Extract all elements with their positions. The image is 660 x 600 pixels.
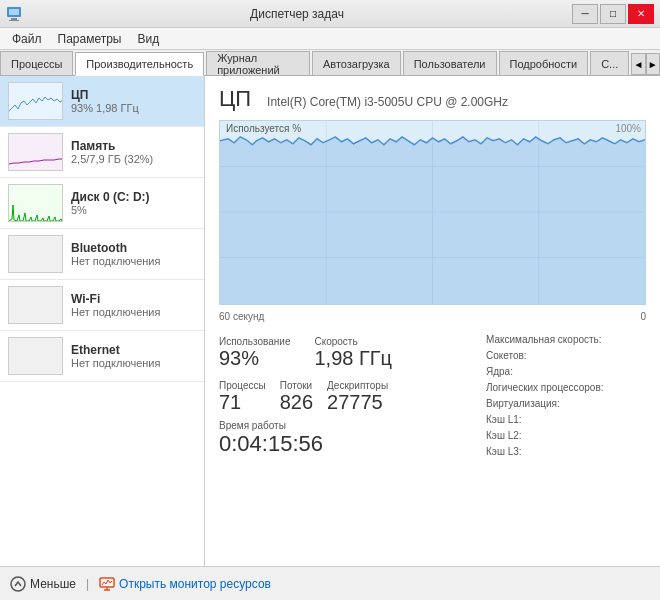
chart-time-right: 0 — [640, 311, 646, 322]
menu-view[interactable]: Вид — [129, 30, 167, 48]
memory-detail: 2,5/7,9 ГБ (32%) — [71, 153, 153, 165]
main-area: ЦП 93% 1,98 ГГц Память 2,5/7,9 ГБ (32%) — [0, 76, 660, 566]
memory-mini-chart — [9, 134, 63, 171]
menu-params[interactable]: Параметры — [50, 30, 130, 48]
stat-usage: Использование 93% — [219, 332, 290, 370]
cpu-thumbnail — [8, 82, 63, 120]
app-icon — [6, 6, 22, 22]
bottom-divider: | — [86, 577, 89, 591]
menu-file[interactable]: Файл — [4, 30, 50, 48]
monitor-icon — [99, 576, 115, 592]
bluetooth-info: Bluetooth Нет подключения — [71, 241, 160, 267]
l2-label: Кэш L2: — [486, 428, 646, 444]
l1-label: Кэш L1: — [486, 412, 646, 428]
usage-label: Использование — [219, 336, 290, 347]
monitor-link[interactable]: Открыть монитор ресурсов — [99, 576, 271, 592]
right-info-panel: Максимальная скорость: Сокетов: Ядра: Ло… — [486, 332, 646, 460]
content-title: ЦП — [219, 86, 251, 112]
cpu-chart: Используется % 100% — [219, 120, 646, 305]
maximize-button[interactable]: □ — [600, 4, 626, 24]
bluetooth-thumbnail — [8, 235, 63, 273]
stat-speed: Скорость 1,98 ГГц — [314, 332, 392, 370]
usage-value: 93% — [219, 347, 290, 370]
ethernet-thumbnail — [8, 337, 63, 375]
tab-details[interactable]: Подробности — [499, 51, 589, 75]
processes-value: 71 — [219, 391, 266, 414]
stat-threads: Потоки 826 — [280, 376, 313, 414]
chart-time-left: 60 секунд — [219, 311, 264, 322]
svg-point-15 — [11, 577, 25, 591]
cpu-mini-chart — [9, 83, 63, 120]
disk-label: Диск 0 (C: D:) — [71, 190, 150, 204]
memory-info: Память 2,5/7,9 ГБ (32%) — [71, 139, 153, 165]
logical-label: Логических процессоров: — [486, 380, 646, 396]
l3-label: Кэш L3: — [486, 444, 646, 460]
wifi-thumbnail — [8, 286, 63, 324]
memory-thumbnail — [8, 133, 63, 171]
disk-detail: 5% — [71, 204, 150, 216]
content-header: ЦП Intel(R) Core(TM) i3-5005U CPU @ 2.00… — [219, 86, 646, 112]
tab-nav-next[interactable]: ► — [646, 53, 660, 75]
svg-rect-1 — [9, 9, 19, 15]
svg-marker-14 — [220, 137, 645, 304]
less-label: Меньше — [30, 577, 76, 591]
processes-label: Процессы — [219, 380, 266, 391]
menu-bar: Файл Параметры Вид — [0, 28, 660, 50]
cpu-info: ЦП 93% 1,98 ГГц — [71, 88, 139, 114]
content-subtitle: Intel(R) Core(TM) i3-5005U CPU @ 2.00GHz — [267, 95, 508, 109]
window-controls[interactable]: ─ □ ✕ — [572, 4, 654, 24]
max-speed-label: Максимальная скорость: — [486, 332, 646, 348]
handles-value: 27775 — [327, 391, 388, 414]
tab-performance[interactable]: Производительность — [75, 52, 204, 76]
tab-users[interactable]: Пользователи — [403, 51, 497, 75]
window-title: Диспетчер задач — [22, 7, 572, 21]
uptime-label: Время работы — [219, 420, 476, 431]
less-button[interactable]: Меньше — [10, 576, 76, 592]
chart-label-top: Используется % — [226, 123, 301, 134]
ethernet-label: Ethernet — [71, 343, 160, 357]
tab-startup[interactable]: Автозагрузка — [312, 51, 401, 75]
close-button[interactable]: ✕ — [628, 4, 654, 24]
speed-value: 1,98 ГГц — [314, 347, 392, 370]
sockets-label: Сокетов: — [486, 348, 646, 364]
stat-processes: Процессы 71 — [219, 376, 266, 414]
wifi-label: Wi-Fi — [71, 292, 160, 306]
wifi-detail: Нет подключения — [71, 306, 160, 318]
disk-mini-chart — [9, 185, 63, 222]
chart-label-right: 100% — [615, 123, 641, 134]
handles-label: Дескрипторы — [327, 380, 388, 391]
sidebar-item-disk[interactable]: Диск 0 (C: D:) 5% — [0, 178, 204, 229]
sidebar-item-cpu[interactable]: ЦП 93% 1,98 ГГц — [0, 76, 204, 127]
stats-left: Использование 93% Скорость 1,98 ГГц Проц… — [219, 332, 476, 460]
svg-rect-4 — [9, 83, 63, 120]
bluetooth-detail: Нет подключения — [71, 255, 160, 267]
stats-row-2: Процессы 71 Потоки 826 Дескрипторы 27775 — [219, 376, 476, 414]
disk-thumbnail — [8, 184, 63, 222]
memory-label: Память — [71, 139, 153, 153]
sidebar-item-bluetooth[interactable]: Bluetooth Нет подключения — [0, 229, 204, 280]
sidebar-item-ethernet[interactable]: Ethernet Нет подключения — [0, 331, 204, 382]
cpu-chart-svg — [220, 121, 645, 304]
sidebar-item-memory[interactable]: Память 2,5/7,9 ГБ (32%) — [0, 127, 204, 178]
tab-processes[interactable]: Процессы — [0, 51, 73, 75]
stats-row-1: Использование 93% Скорость 1,98 ГГц — [219, 332, 476, 370]
svg-rect-2 — [11, 18, 17, 20]
content-area: ЦП Intel(R) Core(TM) i3-5005U CPU @ 2.00… — [205, 76, 660, 566]
ethernet-info: Ethernet Нет подключения — [71, 343, 160, 369]
minimize-button[interactable]: ─ — [572, 4, 598, 24]
wifi-info: Wi-Fi Нет подключения — [71, 292, 160, 318]
tab-services[interactable]: С... — [590, 51, 629, 75]
uptime-value: 0:04:15:56 — [219, 431, 476, 457]
tab-app-history[interactable]: Журнал приложений — [206, 51, 310, 75]
chevron-up-icon — [10, 576, 26, 592]
cpu-label: ЦП — [71, 88, 139, 102]
sidebar-item-wifi[interactable]: Wi-Fi Нет подключения — [0, 280, 204, 331]
bluetooth-label: Bluetooth — [71, 241, 160, 255]
bottom-bar: Меньше | Открыть монитор ресурсов — [0, 566, 660, 600]
threads-value: 826 — [280, 391, 313, 414]
tab-nav-prev[interactable]: ◄ — [631, 53, 645, 75]
tab-bar: Процессы Производительность Журнал прило… — [0, 50, 660, 76]
sidebar: ЦП 93% 1,98 ГГц Память 2,5/7,9 ГБ (32%) — [0, 76, 205, 566]
threads-label: Потоки — [280, 380, 313, 391]
svg-rect-5 — [9, 134, 63, 171]
